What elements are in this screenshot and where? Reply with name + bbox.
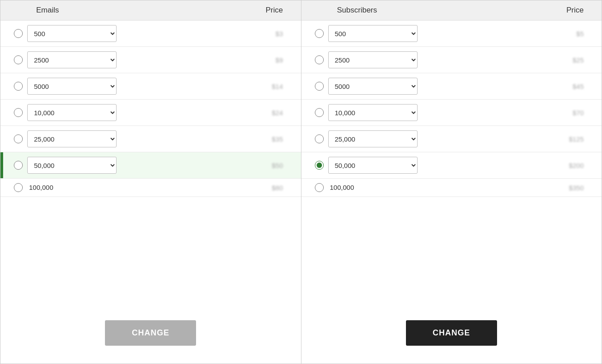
plan-select[interactable]: 50,000 xyxy=(27,157,117,174)
radio-wrap xyxy=(310,55,328,64)
radio-wrap xyxy=(9,29,27,38)
radio-wrap xyxy=(310,29,328,38)
emails-rows: 500$32500$95000$1410,000$2425,000$3550,0… xyxy=(0,21,301,197)
subscribers-footer: CHANGE xyxy=(301,197,602,364)
plan-price: $125 xyxy=(557,135,593,143)
emails-header: Emails Price xyxy=(0,0,301,21)
plan-radio[interactable] xyxy=(14,134,23,143)
plan-select[interactable]: 25,000 xyxy=(328,130,418,147)
radio-wrap xyxy=(9,134,27,143)
radio-wrap xyxy=(310,134,328,143)
list-item: 2500$9 xyxy=(0,47,301,73)
list-item: 50,000$200 xyxy=(301,152,602,179)
plan-price: $24 xyxy=(256,109,292,117)
list-item: 100,000$350 xyxy=(301,179,602,197)
list-item: 500$3 xyxy=(0,21,301,47)
emails-price-column-label: Price xyxy=(266,6,283,14)
radio-wrap xyxy=(9,161,27,170)
plan-value-wrap: 2500 xyxy=(328,51,550,68)
list-item: 10,000$70 xyxy=(301,100,602,126)
plan-price: $50 xyxy=(256,162,292,169)
list-item: 50,000$50 xyxy=(0,152,301,179)
list-item: 5000$45 xyxy=(301,73,602,100)
subscribers-price-column-label: Price xyxy=(566,6,584,14)
radio-wrap xyxy=(310,108,328,117)
plan-value-wrap: 50,000 xyxy=(27,157,249,174)
emails-panel: Emails Price 500$32500$95000$1410,000$24… xyxy=(0,0,301,364)
plan-price: $3 xyxy=(256,30,292,38)
plan-value: 100,000 xyxy=(328,184,354,191)
plan-select[interactable]: 50,000 xyxy=(328,157,418,174)
emails-footer: CHANGE xyxy=(0,197,301,364)
main-container: Emails Price 500$32500$95000$1410,000$24… xyxy=(0,0,602,364)
plan-radio[interactable] xyxy=(14,108,23,117)
plan-price: $35 xyxy=(256,135,292,143)
subscribers-panel: Subscribers Price 500$52500$255000$4510,… xyxy=(301,0,602,364)
plan-radio[interactable] xyxy=(14,161,23,170)
radio-wrap xyxy=(310,82,328,91)
subscribers-column-label: Subscribers xyxy=(337,6,377,14)
plan-value-wrap: 100,000 xyxy=(328,184,550,192)
plan-price: $80 xyxy=(256,184,292,192)
list-item: 25,000$35 xyxy=(0,126,301,152)
subscribers-rows: 500$52500$255000$4510,000$7025,000$12550… xyxy=(301,21,602,197)
plan-select[interactable]: 5000 xyxy=(27,78,117,95)
plan-value-wrap: 10,000 xyxy=(27,104,249,121)
plan-select[interactable]: 5000 xyxy=(328,78,418,95)
radio-wrap xyxy=(310,183,328,192)
plan-radio[interactable] xyxy=(315,183,324,192)
plan-price: $350 xyxy=(557,184,593,192)
plan-value-wrap: 2500 xyxy=(27,51,249,68)
plan-radio[interactable] xyxy=(14,183,23,192)
plan-select[interactable]: 500 xyxy=(328,25,418,42)
plan-value-wrap: 500 xyxy=(328,25,550,42)
plan-radio[interactable] xyxy=(14,82,23,91)
plan-radio[interactable] xyxy=(14,55,23,64)
list-item: 500$5 xyxy=(301,21,602,47)
plan-select[interactable]: 500 xyxy=(27,25,117,42)
plan-radio[interactable] xyxy=(315,108,324,117)
subscribers-change-button[interactable]: CHANGE xyxy=(406,320,497,346)
plan-value-wrap: 5000 xyxy=(328,78,550,95)
plan-select[interactable]: 2500 xyxy=(328,51,418,68)
plan-price: $25 xyxy=(557,56,593,64)
plan-price: $9 xyxy=(256,56,292,64)
list-item: 25,000$125 xyxy=(301,126,602,152)
plan-radio[interactable] xyxy=(14,29,23,38)
plan-price: $45 xyxy=(557,83,593,90)
subscribers-header: Subscribers Price xyxy=(301,0,602,21)
list-item: 10,000$24 xyxy=(0,100,301,126)
list-item: 5000$14 xyxy=(0,73,301,100)
plan-select[interactable]: 25,000 xyxy=(27,130,117,147)
list-item: 100,000$80 xyxy=(0,179,301,197)
plan-select[interactable]: 10,000 xyxy=(27,104,117,121)
highlight-bar xyxy=(0,152,3,178)
plan-radio[interactable] xyxy=(315,55,324,64)
radio-wrap xyxy=(310,161,328,170)
radio-wrap xyxy=(9,108,27,117)
list-item: 2500$25 xyxy=(301,47,602,73)
emails-change-button[interactable]: CHANGE xyxy=(105,320,196,346)
emails-column-label: Emails xyxy=(36,6,59,14)
plan-select[interactable]: 10,000 xyxy=(328,104,418,121)
plan-value: 100,000 xyxy=(27,184,53,191)
plan-price: $14 xyxy=(256,83,292,90)
radio-wrap xyxy=(9,55,27,64)
plan-radio[interactable] xyxy=(315,29,324,38)
plan-radio[interactable] xyxy=(315,82,324,91)
plan-value-wrap: 100,000 xyxy=(27,184,249,192)
plan-value-wrap: 50,000 xyxy=(328,157,550,174)
plan-value-wrap: 500 xyxy=(27,25,249,42)
radio-wrap xyxy=(9,183,27,192)
plan-value-wrap: 25,000 xyxy=(27,130,249,147)
plan-radio[interactable] xyxy=(315,134,324,143)
plan-value-wrap: 10,000 xyxy=(328,104,550,121)
plan-price: $70 xyxy=(557,109,593,117)
plan-price: $200 xyxy=(557,162,593,169)
plan-value-wrap: 5000 xyxy=(27,78,249,95)
plan-select[interactable]: 2500 xyxy=(27,51,117,68)
plan-price: $5 xyxy=(557,30,593,38)
radio-wrap xyxy=(9,82,27,91)
plan-radio[interactable] xyxy=(315,161,324,170)
plan-value-wrap: 25,000 xyxy=(328,130,550,147)
